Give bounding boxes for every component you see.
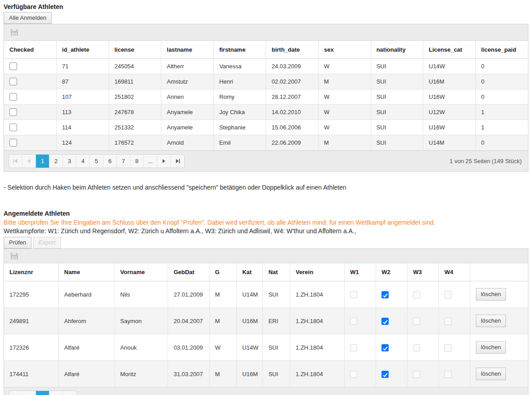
- column-header-license_paid[interactable]: license_paid: [475, 41, 528, 59]
- column-header-nat[interactable]: Nat: [263, 263, 290, 281]
- page-button-2[interactable]: 2: [49, 155, 63, 168]
- export-button[interactable]: Export: [33, 237, 61, 249]
- cell: W: [319, 120, 371, 135]
- checkbox-unchecked[interactable]: [444, 344, 452, 351]
- cell: 114: [57, 120, 109, 135]
- prev-page-button[interactable]: [22, 391, 36, 395]
- delete-button[interactable]: löschen: [476, 315, 506, 327]
- checkbox-unchecked[interactable]: [444, 318, 452, 325]
- cell: Emil: [213, 135, 266, 151]
- column-header-sex[interactable]: sex: [319, 41, 371, 59]
- column-header-w2[interactable]: W2: [376, 263, 408, 281]
- column-header-g[interactable]: G: [209, 263, 237, 281]
- available-pager: 12345678... 1 von 25 Seiten (149 Stück): [4, 151, 528, 171]
- athlete-row[interactable]: 124176572ArnoldEmil22.06.2009MSUIU14M0: [4, 135, 528, 151]
- available-grid: Checkedid_athletelicenselastnamefirstnam…: [4, 24, 528, 172]
- column-header-lastname[interactable]: lastname: [161, 41, 214, 59]
- checkbox-checked[interactable]: [381, 291, 389, 298]
- column-header-license[interactable]: license: [109, 41, 161, 59]
- column-header-verein[interactable]: Verein: [290, 263, 345, 281]
- column-header-w4[interactable]: W4: [439, 263, 470, 281]
- cell: Nils: [115, 281, 168, 308]
- cell: 20.04.2007: [168, 308, 209, 334]
- checkbox-unchecked[interactable]: [350, 371, 357, 378]
- next-page-button[interactable]: [49, 391, 63, 395]
- column-header-license_cat[interactable]: License_cat: [423, 41, 476, 59]
- w2-cell: [376, 281, 408, 308]
- column-header-gebdat[interactable]: GebDat: [168, 263, 209, 281]
- save-icon[interactable]: [10, 28, 18, 36]
- checkbox-unchecked[interactable]: [9, 93, 17, 101]
- checkbox-checked[interactable]: [381, 344, 389, 351]
- delete-button[interactable]: löschen: [476, 368, 506, 380]
- athlete-row[interactable]: 87169811AmstutzHenri02.02.2007MSUIU16M0: [4, 74, 528, 89]
- page-button-1[interactable]: 1: [36, 155, 49, 168]
- column-header-kat[interactable]: Kat: [237, 263, 263, 281]
- checkbox-unchecked[interactable]: [350, 344, 357, 351]
- checkbox-unchecked[interactable]: [9, 78, 17, 85]
- register-all-button[interactable]: Alle Anmelden: [4, 12, 52, 24]
- more-pages-button[interactable]: ...: [144, 155, 157, 168]
- last-page-button[interactable]: [63, 391, 76, 395]
- registered-athlete-row[interactable]: 172326AlfaréAnouk03.01.2009WU14WSUI1.ZH.…: [4, 334, 528, 361]
- column-header-checked[interactable]: Checked: [4, 41, 57, 59]
- checkbox-checked[interactable]: [381, 318, 389, 325]
- column-header-vorname[interactable]: Vorname: [115, 263, 168, 281]
- column-header-w3[interactable]: W3: [408, 263, 439, 281]
- w4-cell: [439, 361, 470, 387]
- registered-athlete-row[interactable]: 174411AlfaréMoritz31.03.2007MU16MSUI1.ZH…: [4, 361, 528, 387]
- actions-cell: löschen: [470, 281, 528, 308]
- page-button-7[interactable]: 7: [117, 155, 130, 168]
- actions-cell: löschen: [470, 334, 528, 361]
- column-header-lizenznr[interactable]: Lizenznr: [4, 263, 58, 281]
- checkbox-unchecked[interactable]: [413, 371, 420, 378]
- column-header-name[interactable]: Name: [58, 263, 115, 281]
- save-icon[interactable]: [10, 252, 18, 260]
- cell: Annen: [161, 89, 214, 105]
- page-button-4[interactable]: 4: [76, 155, 90, 168]
- prev-page-button[interactable]: [22, 155, 36, 168]
- column-header-w1[interactable]: W1: [345, 263, 376, 281]
- checkbox-unchecked[interactable]: [9, 139, 17, 146]
- last-page-button[interactable]: [171, 155, 184, 168]
- page-button-5[interactable]: 5: [90, 155, 103, 168]
- checkbox-unchecked[interactable]: [444, 291, 452, 298]
- selection-hint: - Selektion durch Haken beim Athleten se…: [4, 184, 528, 191]
- page-button-1[interactable]: 1: [36, 391, 49, 395]
- checkbox-checked[interactable]: [381, 371, 389, 378]
- delete-button[interactable]: löschen: [476, 288, 506, 301]
- column-header-nationality[interactable]: nationality: [371, 41, 423, 59]
- first-page-button[interactable]: [9, 391, 22, 395]
- column-header-id_athlete[interactable]: id_athlete: [57, 41, 109, 59]
- athlete-row[interactable]: 114251332AnyameleStephanie15.06.2006WSUI…: [4, 120, 528, 135]
- cell: M: [209, 308, 237, 334]
- checkbox-unchecked[interactable]: [413, 291, 420, 298]
- checkbox-unchecked[interactable]: [350, 291, 357, 298]
- athlete-row[interactable]: 71245054AltherrVanessa24.03.2009WSUIU14W…: [4, 59, 528, 74]
- athlete-row[interactable]: 107251802AnnenRomy28.12.2007WSUIU16W0: [4, 89, 528, 105]
- checkbox-unchecked[interactable]: [9, 108, 17, 116]
- w2-cell: [376, 308, 408, 334]
- page-button-6[interactable]: 6: [103, 155, 117, 168]
- column-header-birth_date[interactable]: birth_date: [266, 41, 319, 59]
- checkbox-unchecked[interactable]: [444, 371, 452, 378]
- delete-button[interactable]: löschen: [476, 341, 506, 354]
- column-header-actions[interactable]: [470, 263, 528, 281]
- registered-table-body: 172295AeberhardNils27.01.2009MU14MSUI1.Z…: [4, 281, 528, 387]
- checkbox-unchecked[interactable]: [350, 318, 357, 325]
- first-page-button[interactable]: [9, 155, 22, 168]
- page-button-3[interactable]: 3: [63, 155, 76, 168]
- checkbox-unchecked[interactable]: [413, 318, 420, 325]
- registered-athlete-row[interactable]: 249891AhferomSaymon20.04.2007MU16MERI1.Z…: [4, 308, 528, 334]
- check-button[interactable]: Prüfen: [4, 237, 31, 249]
- checkbox-unchecked[interactable]: [9, 62, 17, 70]
- checkbox-unchecked[interactable]: [9, 124, 17, 131]
- column-header-firstname[interactable]: firstname: [213, 41, 266, 59]
- cell: M: [209, 361, 237, 387]
- next-page-button[interactable]: [157, 155, 171, 168]
- registered-athlete-row[interactable]: 172295AeberhardNils27.01.2009MU14MSUI1.Z…: [4, 281, 528, 308]
- page-button-8[interactable]: 8: [130, 155, 144, 168]
- checkbox-unchecked[interactable]: [413, 344, 420, 351]
- w1-cell: [345, 281, 376, 308]
- athlete-row[interactable]: 113247678AnyameleJoy Chika14.02.2010WSUI…: [4, 105, 528, 120]
